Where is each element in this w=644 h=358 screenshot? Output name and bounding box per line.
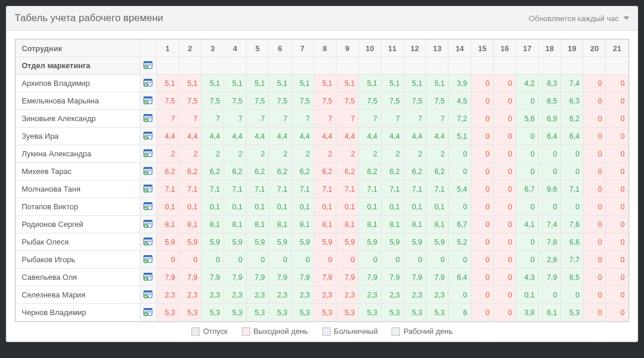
day-cell[interactable]: 2,3	[403, 286, 426, 304]
day-cell[interactable]: 7,1	[313, 180, 336, 198]
day-cell[interactable]: 5,1	[201, 75, 224, 92]
day-cell[interactable]: 5,9	[179, 233, 201, 251]
day-cell[interactable]: 2,3	[336, 286, 359, 304]
day-cell[interactable]: 7,7	[561, 251, 583, 269]
day-cell[interactable]: 7,1	[201, 180, 224, 198]
day-cell[interactable]: 0	[516, 198, 538, 216]
col-day[interactable]: 10	[359, 40, 381, 57]
day-cell[interactable]: 0	[494, 145, 516, 163]
day-cell[interactable]: 0	[606, 163, 629, 180]
day-cell[interactable]: 0	[156, 251, 178, 269]
day-cell[interactable]: 5,3	[179, 304, 201, 322]
day-cell[interactable]: 2	[201, 145, 224, 163]
day-cell[interactable]: 0	[471, 92, 493, 110]
day-cell[interactable]: 4,4	[246, 128, 268, 145]
day-cell[interactable]: 7	[269, 110, 291, 128]
col-day[interactable]: 17	[516, 40, 538, 57]
day-cell[interactable]: 7	[359, 110, 381, 128]
day-cell[interactable]: 7,1	[246, 180, 268, 198]
col-day[interactable]: 13	[426, 40, 449, 57]
day-cell[interactable]: 4,1	[516, 216, 538, 233]
day-cell[interactable]: 5,9	[291, 233, 313, 251]
day-cell[interactable]: 7,5	[201, 92, 224, 110]
day-cell[interactable]: 7,5	[359, 92, 381, 110]
employee-name[interactable]: Михеев Тарас	[16, 163, 140, 180]
day-cell[interactable]: 8,1	[313, 216, 336, 233]
day-cell[interactable]: 0	[359, 251, 381, 269]
col-day[interactable]: 3	[201, 40, 224, 57]
day-cell[interactable]: 7,1	[561, 180, 583, 198]
day-cell[interactable]: 0	[538, 163, 561, 180]
day-cell[interactable]: 0	[606, 198, 629, 216]
day-cell[interactable]: 7	[201, 110, 224, 128]
day-cell[interactable]: 4,5	[449, 92, 471, 110]
employee-name[interactable]: Селезнева Мария	[16, 286, 140, 304]
employee-calendar-cell[interactable]	[140, 145, 156, 163]
day-cell[interactable]: 0	[224, 251, 246, 269]
employee-calendar-cell[interactable]	[140, 163, 156, 180]
day-cell[interactable]: 2,8	[538, 251, 561, 269]
day-cell[interactable]: 0	[561, 163, 583, 180]
day-cell[interactable]: 0	[584, 92, 606, 110]
day-cell[interactable]: 0	[291, 251, 313, 269]
day-cell[interactable]: 0,1	[381, 198, 403, 216]
day-cell[interactable]: 2,3	[246, 286, 268, 304]
day-cell[interactable]: 0	[494, 75, 516, 92]
day-cell[interactable]: 9,6	[538, 180, 561, 198]
employee-calendar-cell[interactable]	[140, 75, 156, 92]
chevron-down-icon[interactable]	[623, 16, 629, 20]
day-cell[interactable]: 7	[156, 110, 178, 128]
day-cell[interactable]: 0	[471, 163, 493, 180]
day-cell[interactable]: 7,5	[403, 92, 426, 110]
day-cell[interactable]: 7,9	[179, 269, 201, 286]
day-cell[interactable]: 7,5	[246, 92, 268, 110]
day-cell[interactable]: 5,3	[224, 304, 246, 322]
day-cell[interactable]: 2	[246, 145, 268, 163]
day-cell[interactable]: 2,3	[359, 286, 381, 304]
day-cell[interactable]: 0	[516, 128, 538, 145]
day-cell[interactable]: 7,4	[561, 75, 583, 92]
calendar-add-icon[interactable]	[143, 236, 153, 246]
day-cell[interactable]: 8,5	[561, 269, 583, 286]
day-cell[interactable]: 5,9	[336, 233, 359, 251]
calendar-add-icon[interactable]	[143, 219, 153, 228]
day-cell[interactable]: 0	[606, 216, 629, 233]
day-cell[interactable]: 2	[179, 145, 201, 163]
day-cell[interactable]: 4,4	[224, 128, 246, 145]
day-cell[interactable]: 2,3	[313, 286, 336, 304]
day-cell[interactable]: 0	[494, 128, 516, 145]
day-cell[interactable]: 0	[538, 286, 561, 304]
employee-calendar-cell[interactable]	[140, 269, 156, 286]
day-cell[interactable]: 6,2	[201, 163, 224, 180]
day-cell[interactable]: 0,1	[179, 198, 201, 216]
employee-calendar-cell[interactable]	[140, 128, 156, 145]
day-cell[interactable]: 5,3	[561, 304, 583, 322]
day-cell[interactable]: 5,1	[449, 128, 471, 145]
col-day[interactable]: 1	[156, 40, 178, 57]
day-cell[interactable]: 7,1	[426, 180, 449, 198]
day-cell[interactable]: 4,4	[179, 128, 201, 145]
day-cell[interactable]: 6,2	[313, 163, 336, 180]
day-cell[interactable]: 7,5	[269, 92, 291, 110]
day-cell[interactable]: 8,1	[246, 216, 268, 233]
day-cell[interactable]: 5,3	[291, 304, 313, 322]
day-cell[interactable]: 7,5	[291, 92, 313, 110]
day-cell[interactable]: 6	[449, 304, 471, 322]
day-cell[interactable]: 0,1	[224, 198, 246, 216]
day-cell[interactable]: 5,1	[246, 75, 268, 92]
calendar-add-icon[interactable]	[143, 60, 153, 69]
day-cell[interactable]: 0	[606, 128, 629, 145]
calendar-add-icon[interactable]	[143, 95, 153, 105]
day-cell[interactable]: 0	[381, 251, 403, 269]
day-cell[interactable]: 8,3	[538, 75, 561, 92]
employee-name[interactable]: Лукина Александра	[16, 145, 140, 163]
day-cell[interactable]: 0	[584, 216, 606, 233]
day-cell[interactable]: 7	[291, 110, 313, 128]
day-cell[interactable]: 5,9	[269, 233, 291, 251]
day-cell[interactable]: 0	[606, 92, 629, 110]
day-cell[interactable]: 0	[516, 145, 538, 163]
day-cell[interactable]: 5,3	[156, 304, 178, 322]
day-cell[interactable]: 5,9	[359, 233, 381, 251]
day-cell[interactable]: 6,2	[336, 163, 359, 180]
day-cell[interactable]: 0	[606, 251, 629, 269]
